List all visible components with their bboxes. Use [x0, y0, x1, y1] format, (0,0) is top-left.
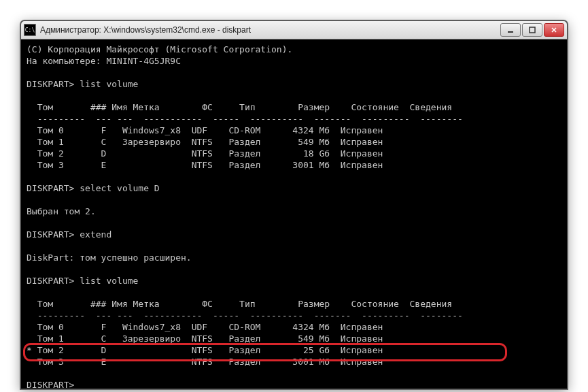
maximize-button[interactable] [522, 23, 542, 37]
cmd-icon: C:\ [24, 24, 36, 36]
table-divider-2: --------- --- --- ----------- ----- ----… [27, 310, 561, 321]
table-row: Том 3 E NTFS Раздел 3001 Мб Исправен [27, 159, 561, 171]
cmd-window: C:\ Администратор: X:\windows\system32\c… [20, 20, 568, 389]
svg-rect-1 [530, 27, 535, 33]
minimize-button[interactable] [500, 23, 521, 37]
table-divider-1: --------- --- --- ----------- ----- ----… [27, 113, 561, 125]
svg-rect-0 [508, 31, 513, 33]
prompt-select: DISKPART> select volume D [27, 182, 561, 194]
prompt-final: DISKPART> [27, 379, 561, 389]
table-row: Том 0 F Windows7_x8 UDF CD-ROM 4324 Мб И… [27, 125, 561, 136]
table-row: Том 2 D NTFS Раздел 18 Gб Исправен [27, 148, 561, 159]
extend-msg: DiskPart: том успешно расширен. [27, 252, 561, 263]
window-controls [500, 23, 564, 37]
host-line: На компьютере: MININT-4G5JR9C [27, 55, 561, 67]
highlighted-row: * Том 2 D NTFS Раздел 25 Gб Исправен [27, 344, 561, 356]
table-row: Том 0 F Windows7_x8 UDF CD-ROM 4324 Мб И… [27, 321, 561, 333]
terminal-output[interactable]: (C) Корпорация Майкрософт (Microsoft Cor… [21, 39, 567, 389]
window-title: Администратор: X:\windows\system32\cmd.e… [40, 25, 496, 35]
copyright-line: (C) Корпорация Майкрософт (Microsoft Cor… [27, 44, 561, 55]
table-row: Том 3 E NTFS Раздел 3001 Мб Исправен [27, 356, 561, 368]
table-header-1: Том ### Имя Метка ФС Тип Размер Состояни… [27, 101, 561, 113]
titlebar[interactable]: C:\ Администратор: X:\windows\system32\c… [21, 21, 567, 39]
prompt-extend: DISKPART> extend [27, 229, 561, 240]
table-header-2: Том ### Имя Метка ФС Тип Размер Состояни… [27, 298, 561, 310]
table-row: * Том 2 D NTFS Раздел 25 Gб Исправен [27, 344, 561, 356]
prompt-list1: DISKPART> list volume [27, 78, 561, 90]
close-button[interactable] [544, 23, 564, 37]
prompt-list2: DISKPART> list volume [27, 275, 561, 287]
selected-msg: Выбран том 2. [27, 206, 561, 217]
table-row: Том 1 C Зарезервиро NTFS Раздел 549 Мб И… [27, 136, 561, 148]
table-row: Том 1 C Зарезервиро NTFS Раздел 549 Мб И… [27, 333, 561, 344]
